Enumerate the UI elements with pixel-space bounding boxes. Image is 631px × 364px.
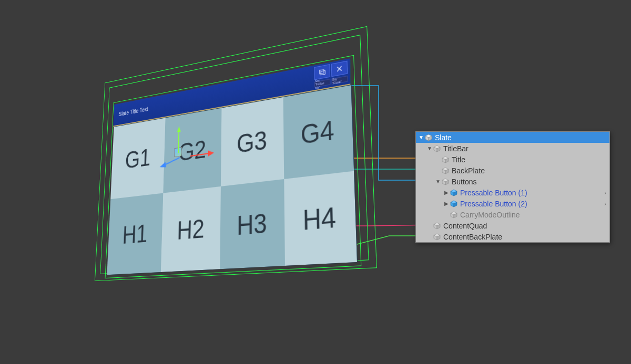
hierarchy-item-btn1[interactable]: Pressable Button (1)› (416, 187, 609, 198)
svg-rect-1 (321, 70, 325, 75)
hierarchy-item-label: ContentQuad (443, 222, 487, 230)
chevron-right-icon[interactable]: › (604, 201, 606, 207)
hierarchy-item-carry[interactable]: CarryModeOutline (416, 209, 609, 220)
tile-h2: H2 (161, 186, 221, 272)
hierarchy-item-titlebar[interactable]: TitleBar (416, 143, 609, 154)
svg-line-8 (164, 158, 180, 165)
hierarchy-item-buttons[interactable]: Buttons (416, 176, 609, 187)
hierarchy-item-label: Title (452, 155, 465, 164)
hierarchy-item-btn2[interactable]: Pressable Button (2)› (416, 198, 609, 209)
svg-line-4 (178, 131, 179, 153)
hierarchy-panel[interactable]: Slate TitleBar Title BackPlate Buttons P… (415, 131, 610, 243)
viewport-3d[interactable]: Slate Title Text (32, 21, 400, 347)
hierarchy-item-label: BackPlate (452, 167, 485, 175)
hierarchy-item-label: ContentBackPlate (443, 233, 502, 241)
gizmo-axis-y[interactable] (177, 126, 181, 153)
hierarchy-item-label: Pressable Button (2) (460, 200, 527, 208)
foldout-toggle[interactable] (435, 179, 441, 184)
transform-gizmo[interactable] (178, 152, 178, 153)
foldout-toggle[interactable] (443, 201, 450, 206)
close-button[interactable] (331, 61, 348, 77)
tile-h3: H3 (220, 179, 285, 269)
close-icon (336, 65, 343, 73)
tile-g3: G3 (221, 97, 284, 186)
foldout-toggle[interactable] (418, 134, 424, 140)
follow-icon (319, 68, 325, 76)
svg-rect-0 (320, 69, 324, 74)
slate-title-text: Slate Title Text (114, 106, 148, 118)
tile-g4: G4 (283, 85, 354, 179)
hierarchy-item-label: Pressable Button (1) (460, 189, 527, 197)
hierarchy-item-cback[interactable]: ContentBackPlate (416, 231, 609, 242)
follow-me-say-hint: Say "Follow Me" (314, 79, 331, 88)
slate-panel[interactable]: Slate Title Text (108, 59, 358, 275)
foldout-toggle[interactable] (443, 190, 450, 195)
svg-marker-5 (177, 126, 181, 132)
hierarchy-item-label: CarryModeOutline (460, 211, 520, 219)
tile-h1: H1 (107, 193, 163, 275)
hierarchy-item-label: TitleBar (443, 144, 469, 153)
tile-h4: H4 (284, 171, 357, 266)
chevron-right-icon[interactable]: › (604, 190, 606, 196)
hierarchy-item-slate[interactable]: Slate (416, 132, 609, 143)
hierarchy-item-label: Slate (435, 133, 452, 142)
hierarchy-item-backplate[interactable]: BackPlate (416, 165, 609, 176)
svg-line-6 (190, 153, 209, 156)
hierarchy-item-title[interactable]: Title (416, 154, 609, 165)
svg-marker-9 (160, 162, 167, 168)
svg-marker-7 (208, 150, 215, 157)
svg-line-3 (337, 66, 342, 71)
hierarchy-item-cquad[interactable]: ContentQuad (416, 220, 609, 231)
foldout-toggle[interactable] (426, 145, 433, 151)
hierarchy-item-label: Buttons (452, 178, 476, 186)
tile-g1: G1 (110, 118, 165, 200)
